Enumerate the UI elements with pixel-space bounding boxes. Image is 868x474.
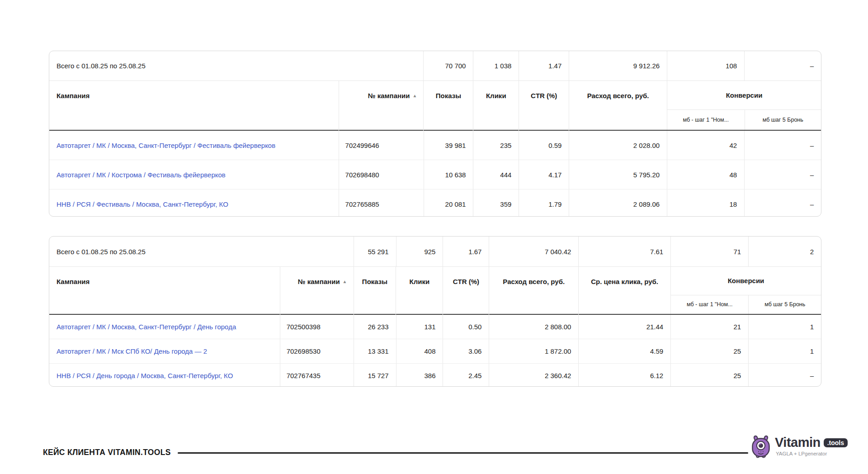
- campaign-link[interactable]: Автотаргет / МК / Мск СПб КО/ День город…: [57, 347, 207, 355]
- campaign-cell: Автотаргет / МК / Кострома / Фестиваль ф…: [49, 160, 339, 189]
- column-header-campaign-id[interactable]: № кампании ▲: [280, 267, 354, 315]
- cost-cell: 1 872.00: [489, 339, 578, 363]
- shows-cell: 10 638: [424, 160, 473, 189]
- footer-divider-line: [178, 452, 748, 454]
- ctr-cell: 0.59: [519, 131, 569, 160]
- shows-cell: 20 081: [424, 190, 473, 217]
- totals-conv-step1: 108: [667, 51, 744, 81]
- totals-shows: 70 700: [423, 51, 473, 81]
- clicks-cell: 235: [473, 131, 519, 160]
- cost-cell: 2 089.06: [569, 190, 667, 217]
- campaign-id-cell: 702698530: [280, 339, 354, 363]
- table-row: Автотаргет / МК / Москва, Санкт-Петербур…: [49, 315, 821, 339]
- totals-row: Всего с 01.08.25 по 25.08.25 70 700 1 03…: [49, 51, 821, 81]
- ctr-cell: 0.50: [443, 315, 489, 339]
- table-header-row: Кампания № кампании ▲ Показы Клики CTR (…: [49, 81, 821, 131]
- sort-ascending-icon: ▲: [413, 93, 417, 98]
- clicks-cell: 386: [396, 364, 443, 387]
- conv-step5-cell: 1: [748, 339, 821, 363]
- clicks-cell: 444: [473, 160, 519, 189]
- conv-step1-cell: 18: [667, 190, 744, 217]
- conv-step5-cell: –: [744, 190, 821, 217]
- column-header-ctr: CTR (%): [443, 267, 489, 315]
- table-row: Автотаргет / МК / Москва, Санкт-Петербур…: [49, 131, 821, 160]
- column-group-conversions: Конверсии мб - шаг 1 "Ном... мб шаг 5 Бр…: [670, 267, 821, 314]
- totals-label: Всего с 01.08.25 по 25.08.25: [49, 237, 354, 266]
- clicks-cell: 359: [473, 190, 519, 217]
- ctr-cell: 4.17: [519, 160, 569, 189]
- cost-cell: 2 808.00: [489, 315, 578, 339]
- totals-conv-step1: 71: [670, 237, 748, 266]
- campaign-stats-table-fireworks: Всего с 01.08.25 по 25.08.25 70 700 1 03…: [49, 51, 821, 217]
- totals-cost: 9 912.26: [569, 51, 667, 81]
- totals-row: Всего с 01.08.25 по 25.08.25 55 291 925 …: [49, 237, 821, 267]
- column-subheader-step5: мб шаг 5 Бронь: [745, 110, 821, 130]
- logo-subtext: YAGLA + LPgenerator: [775, 451, 848, 456]
- campaign-link[interactable]: ННВ / РСЯ / Фестиваль / Москва, Санкт-Пе…: [57, 200, 228, 208]
- table-row: ННВ / РСЯ / День города / Москва, Санкт-…: [49, 363, 821, 387]
- table-row: Автотаргет / МК / Кострома / Фестиваль ф…: [49, 160, 821, 189]
- column-header-clicks: Клики: [473, 81, 519, 131]
- ctr-cell: 1.79: [519, 190, 569, 217]
- table-header-row: Кампания № кампании ▲ Показы Клики CTR (…: [49, 267, 821, 315]
- campaign-id-cell: 702767435: [280, 364, 354, 387]
- campaign-link[interactable]: Автотаргет / МК / Кострома / Фестиваль ф…: [57, 171, 226, 179]
- ctr-cell: 3.06: [443, 339, 489, 363]
- column-subheader-step5: мб шаг 5 Бронь: [748, 295, 821, 314]
- conv-step1-cell: 25: [670, 339, 748, 363]
- campaign-cell: Автотаргет / МК / Мск СПб КО/ День город…: [49, 339, 280, 363]
- column-header-campaign-id[interactable]: № кампании ▲: [339, 81, 424, 131]
- cost-cell: 2 360.42: [489, 364, 578, 387]
- campaign-id-cell: 702500398: [280, 315, 354, 339]
- campaign-cell: ННВ / РСЯ / День города / Москва, Санкт-…: [49, 364, 280, 387]
- conv-step5-cell: –: [744, 131, 821, 160]
- campaign-id-cell: 702698480: [339, 160, 424, 189]
- column-header-conversions: Конверсии: [667, 81, 821, 110]
- cpc-cell: 6.12: [578, 364, 670, 387]
- shows-cell: 26 233: [354, 315, 396, 339]
- campaign-cell: ННВ / РСЯ / Фестиваль / Москва, Санкт-Пе…: [49, 190, 339, 217]
- totals-shows: 55 291: [354, 237, 396, 266]
- campaign-cell: Автотаргет / МК / Москва, Санкт-Петербур…: [49, 131, 339, 160]
- conv-step1-cell: 48: [667, 160, 744, 189]
- shows-cell: 13 331: [354, 339, 396, 363]
- clicks-cell: 131: [396, 315, 443, 339]
- column-header-cpc: Ср. цена клика, руб.: [578, 267, 670, 315]
- conv-step5-cell: –: [748, 364, 821, 387]
- campaign-link[interactable]: Автотаргет / МК / Москва, Санкт-Петербур…: [57, 142, 275, 149]
- conv-step5-cell: –: [744, 160, 821, 189]
- campaign-stats-table-city-day: Всего с 01.08.25 по 25.08.25 55 291 925 …: [49, 236, 821, 387]
- column-subheader-step1: мб - шаг 1 "Ном...: [667, 110, 745, 130]
- shows-cell: 39 981: [424, 131, 473, 160]
- shows-cell: 15 727: [354, 364, 396, 387]
- column-group-conversions: Конверсии мб - шаг 1 "Ном... мб шаг 5 Бр…: [667, 81, 821, 130]
- column-header-campaign-id-label: № кампании: [298, 278, 340, 285]
- campaign-link[interactable]: Автотаргет / МК / Москва, Санкт-Петербур…: [57, 323, 236, 331]
- logo-wordmark: Vitamin: [775, 436, 821, 449]
- column-header-campaign: Кампания: [49, 81, 339, 131]
- cpc-cell: 4.59: [578, 339, 670, 363]
- campaign-cell: Автотаргет / МК / Москва, Санкт-Петербур…: [49, 315, 280, 339]
- footer-caption: КЕЙС КЛИЕНТА VITAMIN.TOOLS: [43, 448, 171, 457]
- totals-cpc: 7.61: [578, 237, 670, 266]
- ctr-cell: 2.45: [443, 364, 489, 387]
- table-row: ННВ / РСЯ / Фестиваль / Москва, Санкт-Пе…: [49, 189, 821, 217]
- campaign-link[interactable]: ННВ / РСЯ / День города / Москва, Санкт-…: [57, 372, 233, 379]
- campaign-id-cell: 702499646: [339, 131, 424, 160]
- logo-badge: .tools: [824, 438, 848, 447]
- vitamin-tools-logo: Vitamin .tools YAGLA + LPgenerator: [750, 435, 848, 459]
- totals-ctr: 1.47: [519, 51, 569, 81]
- campaign-id-cell: 702765885: [339, 190, 424, 217]
- totals-cost: 7 040.42: [489, 237, 578, 266]
- column-header-cost: Расход всего, руб.: [489, 267, 578, 315]
- table-row: Автотаргет / МК / Мск СПб КО/ День город…: [49, 339, 821, 363]
- column-subheader-step1: мб - шаг 1 "Ном...: [671, 295, 748, 314]
- column-header-campaign-id-label: № кампании: [368, 92, 410, 100]
- totals-conv-step5: –: [744, 51, 821, 81]
- conv-step1-cell: 25: [670, 364, 748, 387]
- column-header-clicks: Клики: [396, 267, 443, 315]
- totals-ctr: 1.67: [443, 237, 489, 266]
- column-header-shows: Показы: [423, 81, 473, 131]
- cost-cell: 2 028.00: [569, 131, 667, 160]
- clicks-cell: 408: [396, 339, 443, 363]
